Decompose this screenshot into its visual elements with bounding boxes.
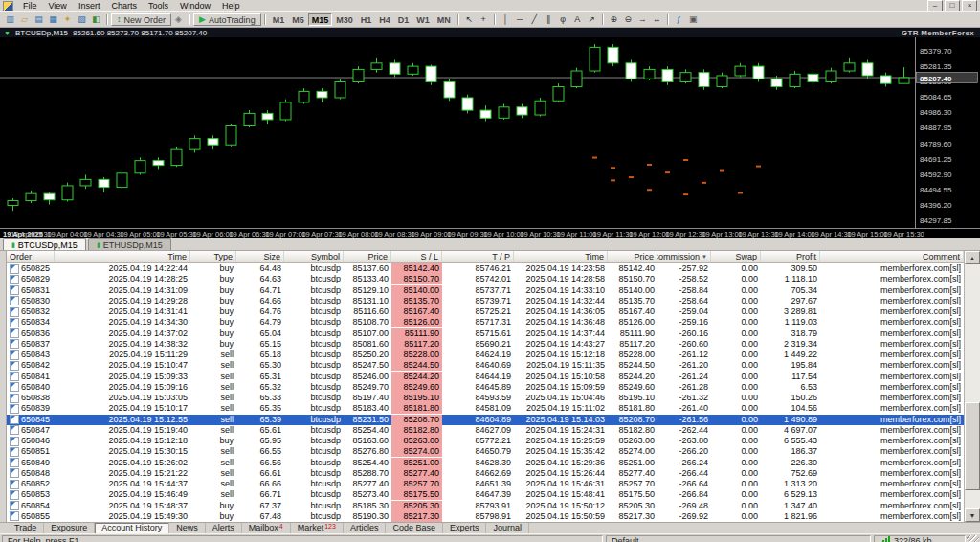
history-row[interactable]: 6508552025.04.19 15:49:30buy67.48btcusdp… — [7, 511, 964, 522]
metaeditor-icon[interactable]: ◈ — [171, 13, 186, 26]
menu-insert[interactable]: Insert — [73, 0, 106, 11]
history-row[interactable]: 6508342025.04.19 14:34:30buy64.79btcusdp… — [7, 317, 964, 327]
column-header-order[interactable]: Order — [7, 251, 55, 262]
templates-icon[interactable]: ▣ — [686, 13, 701, 26]
price-chart[interactable]: 85379.7085281.3585183.0085084.6584986.30… — [0, 37, 980, 238]
history-row[interactable]: 6508432025.04.19 15:11:29sell65.18btcusd… — [7, 350, 964, 360]
terminal-tab-account-history[interactable]: Account History — [95, 523, 169, 533]
scroll-up-icon[interactable]: ▲ — [965, 251, 980, 264]
scrollbar-thumb[interactable] — [965, 402, 980, 490]
menu-tools[interactable]: Tools — [143, 0, 174, 11]
terminal-tab-exposure[interactable]: Exposure — [44, 523, 95, 533]
indicators-icon[interactable]: ƒ — [672, 13, 686, 26]
history-row[interactable]: 6508302025.04.19 14:29:28buy64.66btcusdp… — [7, 296, 964, 306]
strategy-tester-icon[interactable]: ◧ — [89, 13, 103, 26]
crosshair-icon[interactable]: + — [477, 13, 491, 26]
history-row[interactable]: 6508522025.04.19 15:44:37sell66.66btcusd… — [7, 479, 964, 489]
chart-tab-ethusdp-m15[interactable]: ▮ETHUSDp,M15 — [88, 238, 171, 250]
cursor-icon[interactable]: ↖ — [462, 13, 477, 26]
column-header-comment[interactable]: Comment — [820, 251, 964, 262]
history-row[interactable]: 6508452025.04.19 15:12:55sell65.39btcusd… — [7, 415, 964, 425]
data-window-icon[interactable]: ▦ — [46, 13, 60, 26]
history-row[interactable]: 6508312025.04.19 14:31:09buy64.71btcusdp… — [7, 285, 964, 296]
history-row[interactable]: 6508392025.04.19 15:10:17sell65.35btcusd… — [7, 403, 964, 414]
timeframe-mn-button[interactable]: MN — [434, 13, 455, 26]
history-row[interactable]: 6508472025.04.19 15:19:40sell65.61btcusd… — [7, 425, 964, 436]
column-header-time1[interactable]: Time — [55, 251, 190, 262]
terminal-icon[interactable]: ▧ — [75, 13, 89, 26]
autotrading-button[interactable]: ▶AutoTrading — [193, 13, 261, 26]
new-chart-icon[interactable]: ▥ — [3, 13, 17, 26]
column-header-size[interactable]: Size — [236, 251, 284, 262]
column-header-price2[interactable]: Price — [608, 251, 657, 262]
column-header-swap[interactable]: Swap — [711, 251, 761, 262]
autoscroll-icon[interactable]: → — [635, 13, 650, 26]
timeframe-m1-button[interactable]: M1 — [269, 13, 289, 26]
terminal-tab-alerts[interactable]: Alerts — [206, 523, 242, 533]
menu-view[interactable]: View — [43, 0, 73, 11]
column-header-symbol[interactable]: Symbol — [284, 251, 344, 262]
column-header-time2[interactable]: Time — [514, 251, 608, 262]
restore-button[interactable]: □ — [945, 0, 960, 11]
menu-file[interactable]: File — [17, 0, 43, 11]
history-row[interactable]: 6508492025.04.19 15:26:02sell66.56btcusd… — [7, 458, 964, 468]
history-scrollbar[interactable]: ▲ ▼ — [964, 251, 980, 522]
chart-shift-icon[interactable]: ↔ — [650, 13, 664, 26]
market-watch-icon[interactable]: ▤ — [32, 13, 46, 26]
terminal-tab-articles[interactable]: Articles — [344, 523, 387, 533]
zoom-out-icon[interactable]: ⊖ — [621, 13, 635, 26]
history-row[interactable]: 6508362025.04.19 14:37:02buy65.04btcusdp… — [7, 328, 964, 339]
minimize-button[interactable]: – — [927, 0, 943, 11]
column-header-commission[interactable]: Commission▼ — [657, 251, 711, 262]
column-header-tp[interactable]: T / P — [442, 251, 514, 262]
history-row[interactable]: 6508292025.04.19 14:28:25buy64.63btcusdp… — [7, 274, 964, 284]
terminal-tab-code-base[interactable]: Code Base — [386, 523, 443, 533]
arrow-tool-icon[interactable]: ↗ — [585, 13, 599, 26]
history-row[interactable]: 6508482025.04.19 15:21:22sell66.61btcusd… — [7, 468, 964, 479]
panel-grip[interactable] — [0, 251, 7, 522]
channel-icon[interactable]: ∥ — [542, 13, 556, 26]
terminal-tab-experts[interactable]: Experts — [443, 523, 487, 533]
timeframe-h1-button[interactable]: H1 — [357, 13, 376, 26]
history-row[interactable]: 6508382025.04.19 15:03:05sell65.33btcusd… — [7, 393, 964, 403]
history-row[interactable]: 6508512025.04.19 15:30:15sell66.55btcusd… — [7, 446, 964, 457]
text-tool-icon[interactable]: A — [570, 13, 585, 26]
menu-window[interactable]: Window — [174, 0, 216, 11]
scroll-down-icon[interactable]: ▼ — [965, 508, 980, 522]
terminal-tab-news[interactable]: News — [169, 523, 206, 533]
chart-tab-btcusdp-m15[interactable]: ▮BTCUSDp,M15 — [3, 238, 86, 250]
history-row[interactable]: 6508372025.04.19 14:38:32buy65.15btcusdp… — [7, 339, 964, 350]
column-header-sl[interactable]: S / L — [391, 251, 442, 262]
history-row[interactable]: 6508462025.04.19 15:12:18buy65.95btcusdp… — [7, 436, 964, 446]
menu-help[interactable]: Help — [216, 0, 246, 11]
history-row[interactable]: 6508542025.04.19 15:48:37buy67.37btcusdp… — [7, 501, 964, 511]
close-button[interactable]: × — [962, 0, 977, 11]
history-row[interactable]: 6508532025.04.19 15:46:49sell66.71btcusd… — [7, 489, 964, 500]
column-header-type[interactable]: Type — [190, 251, 236, 262]
zoom-in-icon[interactable]: ⊕ — [607, 13, 621, 26]
history-row[interactable]: 6508252025.04.19 14:22:44buy64.48btcusdp… — [7, 263, 964, 274]
terminal-tab-market[interactable]: Market123 — [291, 523, 344, 533]
terminal-tab-trade[interactable]: Trade — [8, 523, 44, 533]
column-header-profit[interactable]: Profit — [761, 251, 820, 262]
trendline-icon[interactable]: ╱ — [527, 13, 542, 26]
resize-grip[interactable] — [967, 535, 979, 542]
terminal-tab-journal[interactable]: Journal — [486, 523, 529, 533]
navigator-icon[interactable]: ✦ — [60, 13, 75, 26]
horizontal-line-icon[interactable]: ─ — [513, 13, 527, 26]
status-profile[interactable]: Default — [606, 535, 871, 542]
fibonacci-icon[interactable]: φ — [556, 13, 570, 26]
column-header-price1[interactable]: Price — [344, 251, 391, 262]
history-row[interactable]: 6508422025.04.19 15:10:47sell65.30btcusd… — [7, 360, 964, 371]
menu-charts[interactable]: Charts — [105, 0, 143, 11]
timeframe-m5-button[interactable]: M5 — [288, 13, 308, 26]
timeframe-w1-button[interactable]: W1 — [412, 13, 434, 26]
timeframe-h4-button[interactable]: H4 — [375, 13, 394, 26]
timeframe-d1-button[interactable]: D1 — [394, 13, 413, 26]
history-row[interactable]: 6508322025.04.19 14:31:41buy64.76btcusdp… — [7, 306, 964, 317]
new-order-button[interactable]: ↕New Order — [111, 13, 171, 26]
vertical-line-icon[interactable]: │ — [499, 13, 513, 26]
profiles-icon[interactable]: ▱ — [17, 13, 32, 26]
timeframe-m30-button[interactable]: M30 — [332, 13, 357, 26]
terminal-tab-mailbox[interactable]: Mailbox4 — [242, 523, 291, 533]
